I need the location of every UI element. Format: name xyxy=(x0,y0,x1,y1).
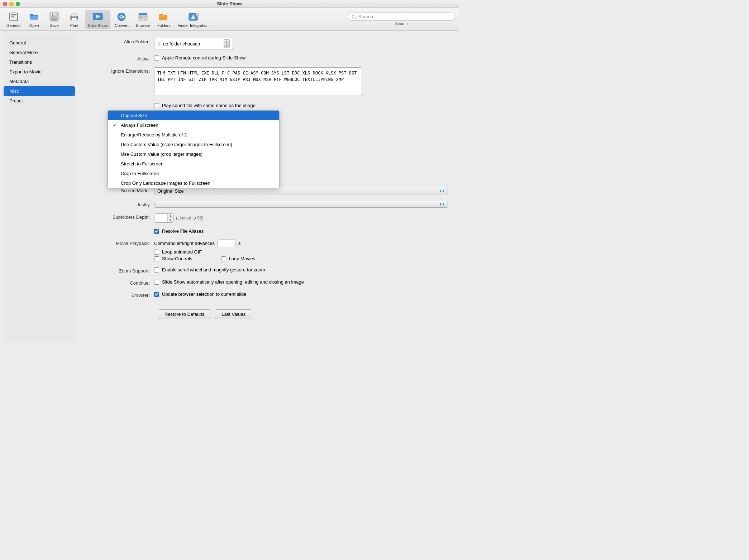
toolbar-label-browser: Browser xyxy=(136,23,150,28)
search-area: Search xyxy=(348,13,455,26)
toolbar-item-finder[interactable]: EXT Finder Integration xyxy=(175,10,211,29)
toolbar-item-open[interactable]: Open xyxy=(25,10,43,29)
toolbar-item-print[interactable]: Print xyxy=(65,10,84,29)
open-icon xyxy=(28,11,40,23)
alias-spinner[interactable]: ▲▼ xyxy=(224,39,230,48)
sidebar: General General More Transitions Export … xyxy=(4,34,75,342)
browser-checkbox[interactable] xyxy=(154,292,159,297)
search-box[interactable] xyxy=(348,13,455,21)
continue-text: Slide Show automatically after opening, … xyxy=(162,279,304,285)
dropdown-option-crop-landscape[interactable]: Crop Only Landscape Images to Fullscreen xyxy=(108,178,279,188)
title-bar: Slide Show xyxy=(0,0,459,8)
toolbar-label-print: Print xyxy=(70,23,78,28)
justify-row: Justify ⬆⬇ xyxy=(90,201,448,208)
browser-row: Browser: Update browser selection to cur… xyxy=(90,291,448,298)
toolbar-label-slideshow: Slide Show xyxy=(88,23,108,28)
movie-seconds-input[interactable]: 1 xyxy=(218,240,235,247)
dropdown-option-custom-crop[interactable]: Use Custom Value (crop larger Images) xyxy=(108,149,279,159)
stepper-down[interactable]: ▼ xyxy=(168,218,173,222)
movie-playback-row: Movie Playback: Command left/right advan… xyxy=(90,240,448,261)
toolbar-label-save: Save xyxy=(50,23,59,28)
option-label-crop-landscape: Crop Only Landscape Images to Fullscreen xyxy=(121,180,210,186)
movie-playback-label: Movie Playback: xyxy=(90,240,154,246)
minimize-button[interactable] xyxy=(9,2,14,6)
loop-movies-label: Loop Movies xyxy=(229,256,256,261)
subfolders-stepper-row: 3 ▲ ▼ (Limited to 99) xyxy=(154,213,448,223)
show-controls-label: Show Controls xyxy=(162,256,192,261)
alias-clear-button[interactable]: ✕ xyxy=(157,41,161,46)
show-controls-checkbox[interactable] xyxy=(154,256,159,261)
dropdown-option-stretch[interactable]: Stretch to Fullscreen xyxy=(108,159,279,169)
toolbar-item-save[interactable]: JPG Save xyxy=(45,10,63,29)
zoom-support-checkbox[interactable] xyxy=(154,267,159,272)
sidebar-item-general[interactable]: General xyxy=(4,38,75,48)
dropdown-option-custom-scale[interactable]: Use Custom Value (scale larger Images to… xyxy=(108,140,279,149)
toolbar-item-general[interactable]: General xyxy=(4,10,23,29)
movie-playback-desc: Command left/right advances xyxy=(154,241,215,246)
restore-defaults-button[interactable]: Restore to Defaults xyxy=(158,309,211,319)
justify-label: Justify xyxy=(90,201,154,207)
resolve-aliases-checkbox[interactable] xyxy=(154,229,159,234)
dropdown-option-always-fullscreen[interactable]: ✓ Always Fullscreen xyxy=(108,120,279,130)
continue-checkbox[interactable] xyxy=(154,280,159,285)
zoom-support-checkbox-row: Enable scroll wheel and magnify gesture … xyxy=(154,267,448,272)
allow-checkbox[interactable] xyxy=(154,55,159,61)
dropdown-option-crop-full[interactable]: Crop to Fullscreen xyxy=(108,169,279,178)
toolbar-item-convert[interactable]: Convert xyxy=(112,10,132,29)
search-label: Search xyxy=(395,21,408,26)
maximize-button[interactable] xyxy=(16,2,20,6)
dropdown-option-original-size[interactable]: Original Size xyxy=(108,111,279,120)
subfolders-label: Subfolders Depth: xyxy=(90,213,154,220)
sidebar-item-export-to-movie[interactable]: Export to Movie xyxy=(4,67,75,77)
option-label-stretch: Stretch to Fullscreen xyxy=(121,161,163,166)
play-sound-checkbox[interactable] xyxy=(154,103,159,108)
last-values-button[interactable]: Last Values xyxy=(215,309,252,319)
toolbar-item-browser[interactable]: Browser xyxy=(133,10,153,29)
loop-gif-label: Loop animated GIF xyxy=(162,249,202,255)
browser-text: Update browser selection to current slid… xyxy=(162,291,247,297)
subfolders-row: Subfolders Depth: 3 ▲ ▼ (Limited to 99) xyxy=(90,213,448,223)
close-button[interactable] xyxy=(3,2,7,6)
toolbar-label-general: General xyxy=(6,23,20,28)
browser-control: Update browser selection to current slid… xyxy=(154,291,448,297)
option-label-custom-scale: Use Custom Value (scale larger Images to… xyxy=(121,142,232,147)
convert-icon xyxy=(116,11,127,23)
sidebar-item-misc[interactable]: Misc xyxy=(4,86,75,96)
browser-icon xyxy=(137,11,149,23)
sidebar-item-preset[interactable]: Preset xyxy=(4,96,75,106)
justify-caret: ⬆⬇ xyxy=(439,202,445,206)
search-input[interactable] xyxy=(358,14,451,19)
sidebar-item-transitions[interactable]: Transitions xyxy=(4,57,75,67)
justify-dropdown-btn[interactable]: ⬆⬇ xyxy=(154,201,448,208)
ignore-ext-row: Ignore Extensions: THM TXT HTM HTML EXE … xyxy=(90,67,448,97)
alias-folder-control: ✕ no folder choosen ▲▼ xyxy=(154,38,448,49)
dropdown-option-enlarge-reduce[interactable]: Enlarge/Reduce by Multiple of 2 xyxy=(108,130,279,140)
option-label-enlarge: Enlarge/Reduce by Multiple of 2 xyxy=(121,132,187,137)
subfolders-value[interactable]: 3 xyxy=(154,215,167,222)
svg-text:JPG: JPG xyxy=(52,15,56,17)
alias-folder-dropdown[interactable]: ✕ no folder choosen ▲▼ xyxy=(154,38,233,49)
sidebar-item-general-more[interactable]: General More xyxy=(4,48,75,57)
sidebar-item-metadata[interactable]: Metadata xyxy=(4,77,75,86)
ignore-ext-textarea[interactable]: THM TXT HTM HTML EXE DLL P C PAS CC ASM … xyxy=(154,67,362,96)
toolbar-label-finder: Finder Integration xyxy=(178,23,209,28)
alias-folder-row: Alias Folder: ✕ no folder choosen ▲▼ xyxy=(90,38,448,49)
allow-checkbox-label: Apple Remote control during Slide Show xyxy=(162,55,245,61)
loop-gif-checkbox[interactable] xyxy=(154,250,159,255)
toolbar-item-folders[interactable]: Folders xyxy=(154,10,173,29)
stepper-arrows: ▲ ▼ xyxy=(167,214,173,222)
stepper-up[interactable]: ▲ xyxy=(168,214,173,218)
resolve-aliases-row: Resolve File Aliases xyxy=(90,228,448,234)
svg-rect-2 xyxy=(11,16,14,17)
main-content: General General More Transitions Export … xyxy=(0,31,459,342)
toolbar-item-slideshow[interactable]: Slide Show xyxy=(85,10,110,29)
subfolders-stepper: 3 ▲ ▼ xyxy=(154,213,174,223)
loop-movies-checkbox[interactable] xyxy=(221,256,226,261)
subfolders-hint: (Limited to 99) xyxy=(176,216,204,221)
svg-rect-18 xyxy=(139,13,147,15)
zoom-support-label: Zoom Support: xyxy=(90,267,154,274)
content-area: Alias Folder: ✕ no folder choosen ▲▼ All… xyxy=(79,31,459,342)
resolve-aliases-spacer xyxy=(90,228,154,230)
window-controls[interactable] xyxy=(3,2,20,6)
dropdown-caret: ⬆⬇ xyxy=(439,189,445,193)
